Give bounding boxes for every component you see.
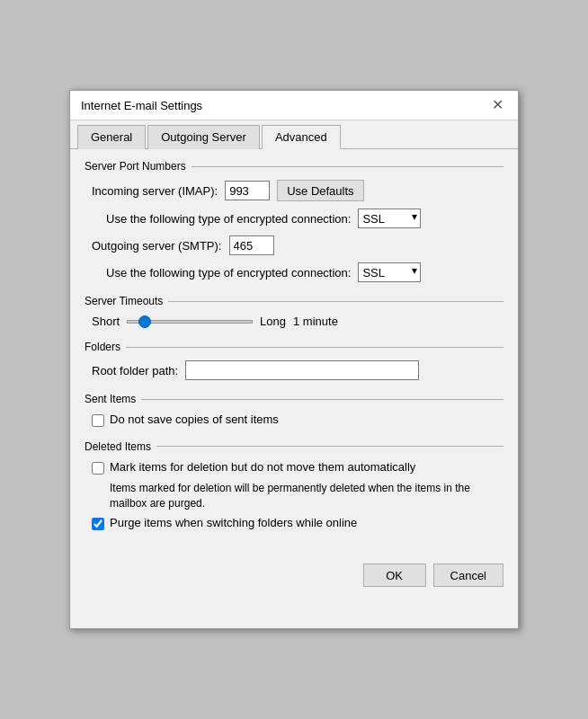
outgoing-encrypt-select[interactable]: None SSL TLS Auto [358, 262, 421, 282]
section-folders-title: Folders [85, 341, 503, 353]
incoming-row: Incoming server (IMAP): Use Defaults [85, 180, 503, 201]
short-label: Short [92, 315, 120, 328]
outgoing-label: Outgoing server (SMTP): [92, 239, 222, 253]
incoming-encrypt-select-container: None SSL TLS Auto [358, 209, 421, 228]
incoming-label: Incoming server (IMAP): [92, 184, 218, 198]
tab-content: Server Port Numbers Incoming server (IMA… [70, 149, 518, 555]
section-sent-items: Sent Items Do not save copies of sent it… [85, 393, 503, 428]
section-timeouts: Server Timeouts Short Long 1 minute [85, 295, 503, 328]
tab-bar: General Outgoing Server Advanced [70, 120, 518, 149]
outgoing-row: Outgoing server (SMTP): [85, 235, 503, 255]
mark-deletion-checkbox[interactable] [92, 462, 104, 475]
section-sent-title: Sent Items [85, 393, 503, 405]
deletion-checkbox-row: Mark items for deletion but do not move … [85, 460, 503, 475]
outgoing-encrypt-select-container: None SSL TLS Auto [358, 262, 421, 282]
root-folder-row: Root folder path: [85, 360, 503, 380]
sent-copies-label[interactable]: Do not save copies of sent items [110, 413, 279, 428]
dialog: Internet E-mail Settings ✕ General Outgo… [69, 90, 519, 629]
purge-label[interactable]: Purge items when switching folders while… [110, 516, 357, 531]
root-folder-input[interactable] [185, 360, 419, 380]
outgoing-port-input[interactable] [229, 235, 274, 255]
timeout-value-label: 1 minute [293, 315, 338, 328]
ok-button[interactable]: OK [363, 564, 426, 587]
mark-deletion-label[interactable]: Mark items for deletion but do not move … [110, 460, 415, 475]
section-timeouts-title: Server Timeouts [85, 295, 503, 307]
timeout-slider[interactable] [127, 320, 253, 324]
dialog-title: Internet E-mail Settings [81, 99, 202, 112]
timeout-slider-row: Short Long 1 minute [85, 315, 503, 328]
cancel-button[interactable]: Cancel [433, 564, 503, 587]
incoming-encrypt-select[interactable]: None SSL TLS Auto [358, 209, 421, 228]
section-folders: Folders Root folder path: [85, 341, 503, 380]
tab-advanced[interactable]: Advanced [262, 125, 341, 149]
section-deleted-items: Deleted Items Mark items for deletion bu… [85, 440, 503, 531]
purge-checkbox-row: Purge items when switching folders while… [85, 516, 503, 531]
use-defaults-button[interactable]: Use Defaults [277, 180, 363, 201]
section-server-port: Server Port Numbers Incoming server (IMA… [85, 160, 503, 282]
tab-general[interactable]: General [77, 125, 146, 149]
deletion-info-text: Items marked for deletion will be perman… [85, 481, 503, 511]
title-bar: Internet E-mail Settings ✕ [70, 91, 518, 120]
root-folder-label: Root folder path: [92, 364, 178, 377]
section-deleted-title: Deleted Items [85, 440, 503, 453]
tab-outgoing-server[interactable]: Outgoing Server [147, 125, 260, 149]
sent-copies-checkbox[interactable] [92, 414, 104, 427]
outgoing-encrypt-label: Use the following type of encrypted conn… [106, 266, 351, 280]
incoming-port-input[interactable] [225, 181, 270, 200]
section-server-port-title: Server Port Numbers [85, 160, 503, 173]
purge-checkbox[interactable] [92, 518, 104, 530]
long-label: Long [260, 315, 286, 328]
close-button[interactable]: ✕ [488, 98, 507, 112]
incoming-encrypt-label: Use the following type of encrypted conn… [106, 212, 351, 226]
sent-checkbox-row: Do not save copies of sent items [85, 413, 503, 428]
dialog-footer: OK Cancel [70, 555, 518, 599]
outgoing-encrypt-row: Use the following type of encrypted conn… [85, 262, 503, 282]
incoming-encrypt-row: Use the following type of encrypted conn… [85, 209, 503, 228]
